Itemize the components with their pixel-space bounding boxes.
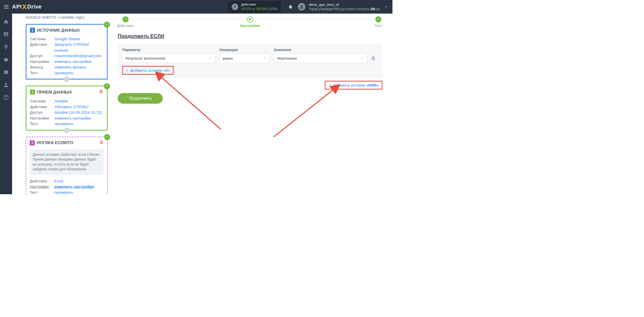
condition-group: Параметр Результат выполнения Операция р… (118, 44, 382, 78)
card-title-text: ПРИЕМ ДАННЫХ (37, 90, 72, 95)
briefcase-icon[interactable] (3, 57, 9, 62)
card-title: 3 ЛОГИКА ЕСЛИ/ТО (30, 140, 104, 146)
label: Настройки (30, 59, 50, 64)
label: Тест (30, 70, 50, 76)
svg-rect-4 (4, 34, 8, 35)
system-link[interactable]: Google Sheets (55, 36, 80, 42)
test-link[interactable]: проверить (54, 190, 73, 194)
check-icon (104, 134, 110, 140)
settings-link[interactable]: изменить настройки (55, 59, 91, 64)
system-link[interactable]: Airtable (55, 98, 68, 104)
actions-usage-text: Действия: 22'079 из 100'000 (22%) (241, 3, 277, 11)
add-or-condition-button[interactable]: Добавить условие «ИЛИ» (325, 81, 382, 90)
step-number: 1 (30, 28, 35, 33)
delete-card-button[interactable] (99, 89, 103, 95)
select-value: Неуспешно (277, 56, 297, 60)
step-label: Действие (117, 23, 134, 28)
step-number: 2 (30, 90, 35, 95)
info-icon: i (232, 4, 238, 10)
label: Настройки (30, 184, 50, 189)
source-data-card[interactable]: 1 ИСТОЧНИК ДАННЫХ СистемаGoogle Sheets Д… (26, 24, 108, 80)
add-or-label: Добавить условие «ИЛИ» (333, 83, 379, 87)
connections-icon[interactable] (3, 32, 9, 37)
settings-link[interactable]: изменить настройки (54, 184, 94, 189)
user-menu[interactable]: demo_apix_drive_s3 Тариф |Премиум PRO| д… (298, 3, 380, 11)
logo-x: X (22, 3, 27, 11)
op-label: Операция (219, 48, 270, 52)
logic-if-card[interactable]: 3 ЛОГИКА ЕСЛИ/ТО Данное условие сработае… (26, 137, 108, 194)
label: Тест (30, 190, 50, 194)
step-action[interactable]: Действие (118, 16, 134, 28)
user-icon[interactable] (3, 82, 9, 88)
actions-usage-box[interactable]: i Действия: 22'079 из 100'000 (22%) (228, 1, 281, 13)
chevron-down-icon (263, 56, 266, 60)
menu-toggle[interactable] (3, 3, 10, 11)
access-link[interactable]: maverickandrii@gmail.com (55, 53, 101, 59)
action-link[interactable]: Загрузить СТРОКИ (новые) (54, 42, 103, 53)
user-info: demo_apix_drive_s3 Тариф |Премиум PRO| д… (309, 3, 380, 11)
value-label: Значение (274, 48, 367, 52)
chevron-down-icon (209, 56, 212, 60)
add-and-condition-button[interactable]: Добавить условие «И» (122, 66, 174, 75)
steps-sidebar: GOOGLE SHEETS -> (airtable, logic) 1 ИСТ… (12, 14, 113, 194)
select-value: равно (223, 56, 233, 60)
avatar-icon (298, 3, 305, 11)
svg-point-3 (7, 32, 8, 33)
svg-point-7 (7, 35, 8, 36)
delete-condition-icon[interactable] (371, 56, 376, 61)
access-link[interactable]: Airtable (16.08.2024 15:12) (55, 110, 102, 115)
actions-used: 22'079 (241, 7, 251, 11)
breadcrumb: GOOGLE SHEETS -> (airtable, logic) (26, 14, 108, 24)
param-label: Параметр (122, 48, 215, 52)
svg-point-1 (4, 32, 5, 33)
settings-link[interactable]: изменить настройки (55, 115, 91, 121)
label: Доступ (30, 53, 50, 59)
step-label: Настройки (240, 23, 260, 28)
plus-icon (126, 69, 129, 72)
actions-pct: (22%) (268, 7, 277, 11)
actions-label: Действия: (241, 3, 277, 7)
logo-text: API (12, 4, 22, 10)
add-step-button[interactable] (64, 128, 69, 133)
continue-button[interactable]: Продолжить (118, 93, 163, 104)
value-select[interactable]: Неуспешно (274, 53, 367, 63)
test-link[interactable]: проверить (55, 70, 73, 76)
add-step-button[interactable] (64, 76, 69, 82)
label: Система (30, 36, 50, 42)
label: Фильтр (30, 64, 50, 70)
actions-mid: из (251, 7, 256, 11)
label: Доступ (30, 110, 50, 115)
label: Система (30, 98, 50, 104)
tariff-days: 281 (371, 7, 376, 11)
logo[interactable]: API X Drive (12, 3, 42, 11)
tariff-pre: Тариф |Премиум PRO| до оплаты осталось (309, 7, 371, 11)
label: Настройки (30, 115, 50, 121)
main-panel: Действие Настройки Тест Продолжить ЕСЛИ … (113, 14, 392, 194)
action-link[interactable]: Обновить СТРОКУ (55, 104, 89, 110)
delete-card-button[interactable] (99, 140, 104, 146)
user-name: demo_apix_drive_s3 (309, 3, 380, 7)
svg-point-6 (6, 35, 7, 36)
chevron-down-icon (360, 56, 364, 60)
chevron-down-icon[interactable] (382, 5, 390, 9)
help-icon[interactable] (3, 95, 9, 100)
tariff-suffix: дн (376, 7, 380, 11)
destination-data-card[interactable]: 2 ПРИЕМ ДАННЫХ СистемаAirtable ДействиеО… (26, 86, 108, 130)
home-icon[interactable] (3, 19, 9, 25)
dollar-icon[interactable] (3, 44, 9, 50)
step-settings[interactable]: Настройки (240, 16, 260, 28)
top-header: API X Drive i Действия: 22'079 из 100'00… (0, 0, 392, 14)
svg-point-8 (5, 83, 7, 85)
notifications-bell-icon[interactable] (286, 4, 295, 9)
operation-select[interactable]: равно (219, 53, 270, 63)
parameter-select[interactable]: Результат выполнения (122, 53, 215, 63)
test-link[interactable]: проверить (55, 121, 73, 127)
step-test[interactable]: Тест (375, 16, 382, 28)
card-title-text: ЛОГИКА ЕСЛИ/ТО (37, 140, 73, 145)
filter-link[interactable]: изменить фильтр (55, 64, 86, 70)
label: Тест (30, 121, 50, 127)
wizard-stepper: Действие Настройки Тест (118, 16, 382, 28)
youtube-icon[interactable] (3, 69, 9, 75)
action-link[interactable]: Если (54, 178, 63, 184)
card-title: 1 ИСТОЧНИК ДАННЫХ (30, 28, 103, 33)
